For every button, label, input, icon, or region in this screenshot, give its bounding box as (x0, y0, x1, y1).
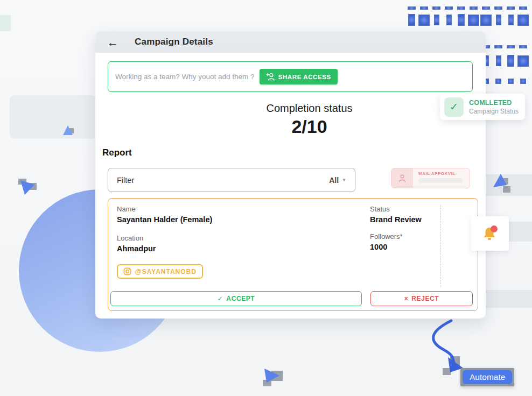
notification-bell-icon (479, 223, 501, 244)
filter-selected-value[interactable]: All (329, 176, 339, 185)
toast-subtitle: Campaign Status (469, 108, 519, 115)
status-label: Status (370, 205, 422, 213)
automate-label: Automate (463, 370, 512, 384)
app-canvas: ✓ COMLLETED Campaign Status ← Campaign D… (0, 0, 532, 396)
banner-message: Working as a team? Why youot add them ? (115, 73, 255, 81)
cross-icon: × (404, 295, 409, 302)
filter-label: Filter (117, 176, 134, 185)
panel-header: ← Campaign Details (95, 31, 486, 53)
accept-label: ACCEPT (226, 295, 255, 302)
triangle-cursor-decor (61, 124, 75, 136)
automate-button[interactable]: Automate (460, 368, 514, 386)
pixel-cursor-decor (492, 172, 513, 195)
accept-button[interactable]: ✓ ACCEPT (110, 291, 362, 306)
gray-card-decor (10, 95, 96, 139)
back-arrow-icon[interactable]: ← (107, 37, 118, 48)
toast-title: COMLLETED (469, 99, 519, 107)
skeleton-bar (418, 178, 463, 183)
share-access-label: SHARE ACCESS (278, 74, 331, 80)
notification-card[interactable] (471, 216, 509, 251)
campaign-details-panel: ← Campaign Details Working as a team? Wh… (95, 31, 486, 319)
instagram-handle-badge[interactable]: @SAYANTANOBD (117, 264, 203, 279)
report-section-title: Report (102, 147, 132, 158)
filter-bar[interactable]: Filter All ▼ (108, 168, 355, 192)
pixel-cursor-decor (261, 365, 284, 386)
mail-approval-pill[interactable]: MAIL APPOKVIL (391, 168, 470, 188)
chevron-down-icon: ▼ (342, 178, 346, 182)
add-person-icon (266, 72, 275, 81)
check-icon: ✓ (218, 295, 223, 302)
campaign-status-toast: ✓ COMLLETED Campaign Status (440, 94, 525, 120)
share-access-banner: Working as a team? Why youot add them ? … (108, 61, 473, 92)
followers-label: Followers* (370, 232, 403, 241)
gray-band-decor (507, 222, 532, 242)
status-value: Brand Review (370, 215, 422, 224)
check-icon: ✓ (444, 97, 464, 117)
instagram-handle: @SAYANTANOBD (135, 268, 197, 275)
pixel-cursor-decor (17, 178, 39, 197)
location-value: Ahmadpur (117, 244, 156, 253)
page-title: Campaign Details (135, 37, 213, 47)
gray-band-decor (483, 290, 532, 308)
teal-chip-decor (0, 15, 11, 31)
mail-approval-label: MAIL APPOKVIL (418, 171, 470, 176)
instagram-icon (123, 267, 131, 275)
dashed-divider (440, 205, 441, 287)
share-access-button[interactable]: SHARE ACCESS (260, 69, 338, 84)
name-value: Sayantan Halder (Female) (117, 215, 212, 224)
influencer-report-card: Name Sayantan Halder (Female) Location A… (108, 198, 478, 311)
person-icon (397, 173, 407, 183)
location-label: Location (117, 234, 156, 242)
reject-label: REJECT (411, 295, 439, 302)
reject-button[interactable]: × REJECT (370, 291, 473, 306)
followers-value: 1000 (370, 243, 403, 251)
name-label: Name (117, 205, 212, 213)
